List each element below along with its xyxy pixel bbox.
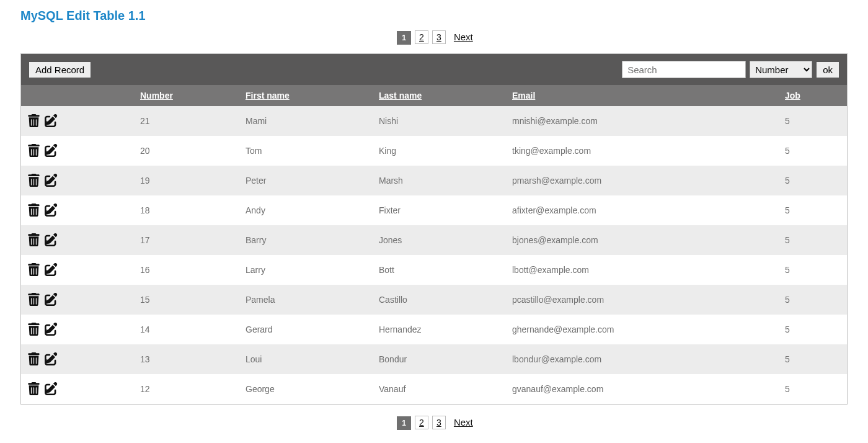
table-row: 13LouiBondurlbondur@example.com5 (21, 344, 847, 374)
cell-first: George (238, 374, 371, 404)
cell-job: 5 (777, 255, 847, 285)
col-last-sort[interactable]: Last name (379, 91, 422, 101)
cell-email: bjones@example.com (505, 225, 777, 255)
page-3[interactable]: 3 (432, 30, 446, 44)
table-row: 12GeorgeVanaufgvanauf@example.com5 (21, 374, 847, 404)
cell-email: pmarsh@example.com (505, 166, 777, 195)
table-row: 16LarryBottlbott@example.com5 (21, 255, 847, 285)
cell-number: 19 (133, 166, 238, 195)
cell-last: King (371, 136, 505, 166)
cell-number: 12 (133, 374, 238, 404)
cell-last: Bott (371, 255, 505, 285)
col-actions (21, 85, 133, 106)
cell-job: 5 (777, 225, 847, 255)
toolbar-right: NumberFirst nameLast nameEmailJob ok (622, 61, 839, 78)
edit-icon[interactable] (45, 204, 58, 217)
cell-number: 15 (133, 285, 238, 315)
search-field-select[interactable]: NumberFirst nameLast nameEmailJob (750, 61, 812, 78)
search-input[interactable] (622, 61, 746, 78)
delete-icon[interactable] (27, 352, 41, 366)
edit-icon[interactable] (45, 293, 58, 307)
edit-icon[interactable] (45, 114, 58, 128)
search-ok-button[interactable]: ok (816, 61, 839, 78)
cell-job: 5 (777, 285, 847, 315)
delete-icon[interactable] (27, 382, 41, 396)
cell-last: Hernandez (371, 315, 505, 344)
page-next[interactable]: Next (454, 417, 473, 427)
add-record-button[interactable]: Add Record (29, 61, 91, 78)
delete-icon[interactable] (27, 233, 41, 247)
col-first-sort[interactable]: First name (246, 91, 290, 101)
table-row: 17BarryJonesbjones@example.com5 (21, 225, 847, 255)
cell-email: mnishi@example.com (505, 106, 777, 136)
cell-first: Larry (238, 255, 371, 285)
cell-number: 21 (133, 106, 238, 136)
cell-first: Andy (238, 195, 371, 225)
delete-icon[interactable] (27, 114, 41, 128)
delete-icon[interactable] (27, 174, 41, 187)
cell-email: pcastillo@example.com (505, 285, 777, 315)
cell-first: Barry (238, 225, 371, 255)
cell-job: 5 (777, 166, 847, 195)
page-1: 1 (397, 416, 411, 430)
cell-job: 5 (777, 136, 847, 166)
cell-last: Jones (371, 225, 505, 255)
table-row: 18AndyFixterafixter@example.com5 (21, 195, 847, 225)
delete-icon[interactable] (27, 263, 41, 277)
cell-job: 5 (777, 106, 847, 136)
table-row: 21MamiNishimnishi@example.com5 (21, 106, 847, 136)
table-header-row: Number First name Last name Email Job (21, 85, 847, 106)
cell-last: Vanauf (371, 374, 505, 404)
edit-icon[interactable] (45, 263, 58, 277)
delete-icon[interactable] (27, 293, 41, 307)
pagination-bottom: 123Next (20, 416, 848, 430)
cell-first: Mami (238, 106, 371, 136)
cell-last: Marsh (371, 166, 505, 195)
col-number-sort[interactable]: Number (140, 91, 173, 101)
page-next[interactable]: Next (454, 32, 473, 42)
table-panel: Add Record NumberFirst nameLast nameEmai… (20, 53, 848, 405)
table-row: 14GerardHernandezghernande@example.com5 (21, 315, 847, 344)
cell-email: lbott@example.com (505, 255, 777, 285)
cell-last: Nishi (371, 106, 505, 136)
cell-number: 18 (133, 195, 238, 225)
cell-job: 5 (777, 315, 847, 344)
col-job-sort[interactable]: Job (785, 91, 800, 101)
cell-email: lbondur@example.com (505, 344, 777, 374)
cell-job: 5 (777, 374, 847, 404)
cell-first: Gerard (238, 315, 371, 344)
cell-number: 14 (133, 315, 238, 344)
edit-icon[interactable] (45, 144, 58, 158)
table-row: 15PamelaCastillopcastillo@example.com5 (21, 285, 847, 315)
delete-icon[interactable] (27, 144, 41, 158)
cell-last: Castillo (371, 285, 505, 315)
edit-icon[interactable] (45, 233, 58, 247)
edit-icon[interactable] (45, 382, 58, 396)
cell-first: Peter (238, 166, 371, 195)
cell-job: 5 (777, 344, 847, 374)
edit-icon[interactable] (45, 323, 58, 336)
page-2[interactable]: 2 (415, 30, 428, 44)
delete-icon[interactable] (27, 323, 41, 336)
col-email-sort[interactable]: Email (512, 91, 535, 101)
page-3[interactable]: 3 (432, 416, 446, 429)
toolbar: Add Record NumberFirst nameLast nameEmai… (21, 54, 847, 85)
delete-icon[interactable] (27, 204, 41, 217)
cell-first: Pamela (238, 285, 371, 315)
page-1: 1 (397, 31, 411, 45)
cell-email: tking@example.com (505, 136, 777, 166)
cell-first: Loui (238, 344, 371, 374)
cell-last: Bondur (371, 344, 505, 374)
table-row: 19PeterMarshpmarsh@example.com5 (21, 166, 847, 195)
edit-icon[interactable] (45, 352, 58, 366)
page-title: MySQL Edit Table 1.1 (20, 9, 848, 23)
page-2[interactable]: 2 (415, 416, 428, 429)
table-row: 20TomKingtking@example.com5 (21, 136, 847, 166)
edit-icon[interactable] (45, 174, 58, 187)
cell-number: 13 (133, 344, 238, 374)
cell-number: 16 (133, 255, 238, 285)
cell-job: 5 (777, 195, 847, 225)
cell-first: Tom (238, 136, 371, 166)
pagination-top: 123Next (20, 30, 848, 45)
cell-last: Fixter (371, 195, 505, 225)
